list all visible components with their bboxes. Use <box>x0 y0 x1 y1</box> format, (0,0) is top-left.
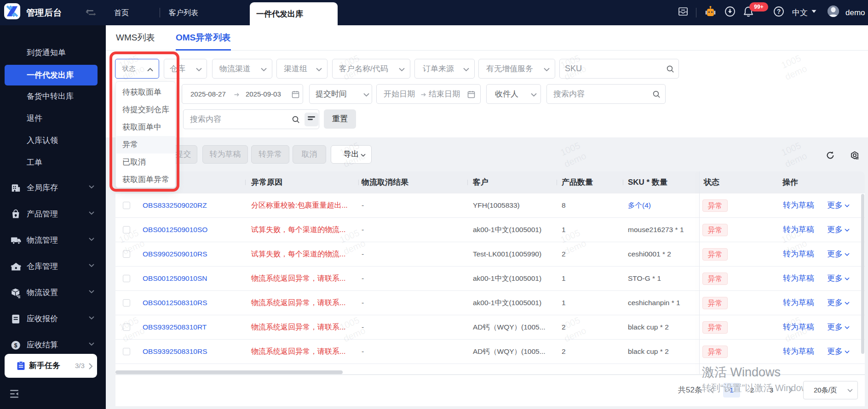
svg-text:?: ? <box>777 8 781 15</box>
svg-text:$: $ <box>14 342 17 349</box>
